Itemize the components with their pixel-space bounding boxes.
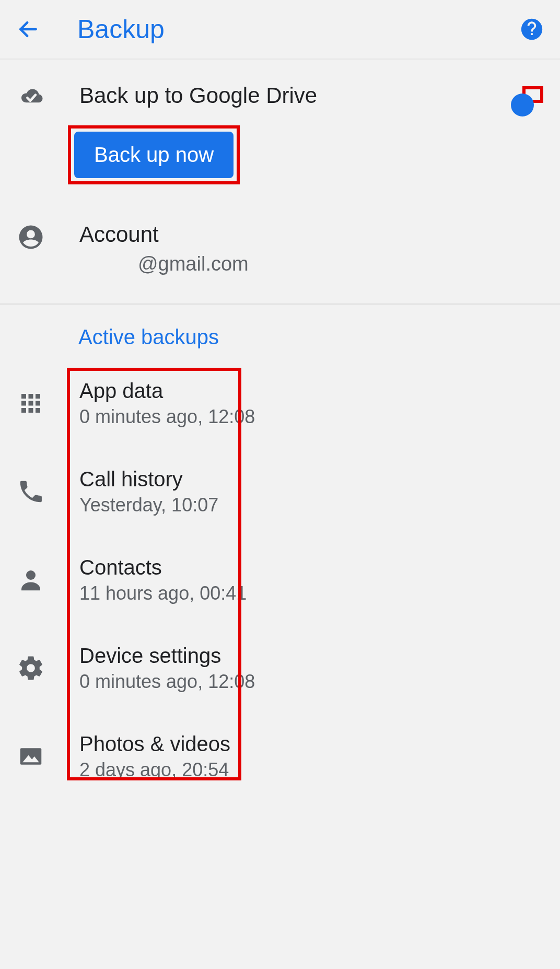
active-backups-list: App data 0 minutes ago, 12:08 Call histo… [0, 349, 560, 801]
backup-drive-row: Back up to Google Drive [0, 60, 560, 116]
cloud-check-icon [17, 83, 45, 111]
list-item-device-settings[interactable]: Device settings 0 minutes ago, 12:08 [0, 624, 560, 713]
gear-icon [17, 654, 45, 682]
list-item-title: Device settings [79, 644, 255, 668]
back-icon[interactable] [17, 18, 40, 41]
image-icon [17, 742, 45, 770]
list-item-app-data[interactable]: App data 0 minutes ago, 12:08 [0, 359, 560, 448]
list-item-sub: 11 hours ago, 00:41 [79, 582, 247, 604]
page-title: Backup [77, 14, 520, 44]
list-item-title: App data [79, 379, 255, 403]
phone-icon [17, 477, 45, 506]
toggle-highlight [522, 86, 543, 103]
list-item-title: Contacts [79, 556, 247, 579]
svg-rect-4 [36, 394, 40, 399]
svg-rect-9 [29, 408, 33, 413]
person-icon [17, 566, 45, 594]
list-item-title: Photos & videos [79, 732, 230, 756]
svg-rect-8 [21, 408, 26, 413]
backup-now-button[interactable]: Back up now [74, 132, 234, 178]
app-header: Backup [0, 0, 560, 60]
apps-icon [17, 389, 45, 417]
account-row[interactable]: Account @gmail.com [0, 205, 560, 281]
svg-rect-3 [29, 394, 33, 399]
list-item-sub: 2 days ago, 20:54 [79, 759, 230, 781]
list-item-call-history[interactable]: Call history Yesterday, 10:07 [0, 448, 560, 536]
svg-point-11 [26, 570, 36, 580]
svg-rect-5 [21, 401, 26, 406]
account-email: @gmail.com [138, 253, 543, 275]
svg-rect-6 [29, 401, 33, 406]
active-backups-header: Active backups [0, 305, 560, 349]
svg-rect-7 [36, 401, 40, 406]
list-item-contacts[interactable]: Contacts 11 hours ago, 00:41 [0, 536, 560, 624]
list-item-sub: 0 minutes ago, 12:08 [79, 406, 255, 428]
list-item-title: Call history [79, 468, 218, 491]
list-item-sub: Yesterday, 10:07 [79, 494, 218, 516]
list-item-sub: 0 minutes ago, 12:08 [79, 671, 255, 693]
backup-button-highlight: Back up now [68, 125, 240, 184]
account-label: Account [79, 221, 543, 249]
backup-drive-label: Back up to Google Drive [79, 82, 512, 110]
account-circle-icon [17, 223, 45, 251]
svg-rect-2 [21, 394, 26, 399]
svg-rect-10 [36, 408, 40, 413]
help-icon[interactable] [520, 18, 543, 41]
list-item-photos-videos[interactable]: Photos & videos 2 days ago, 20:54 [0, 713, 560, 801]
backup-button-row: Back up now [0, 116, 560, 205]
